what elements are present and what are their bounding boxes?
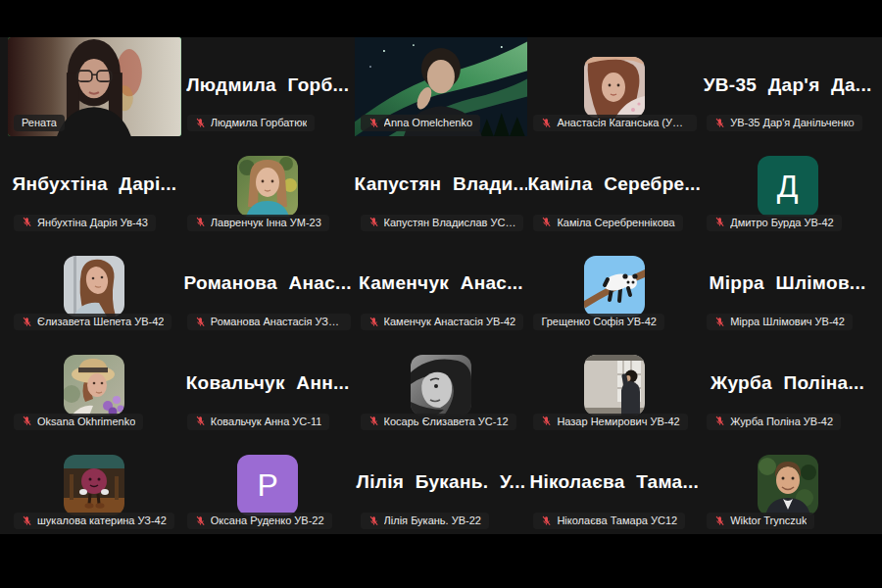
muted-mic-icon xyxy=(195,217,206,227)
nameplate: шукалова катерина УЗ-42 xyxy=(14,513,174,529)
participant-tile[interactable]: Капустян Влади... Капустян Владислав УС-… xyxy=(355,136,528,235)
participant-tile[interactable]: Д Дмитро Бурда УВ-42 xyxy=(701,136,874,235)
avatar xyxy=(411,355,471,416)
muted-mic-icon xyxy=(368,317,379,327)
muted-mic-icon xyxy=(22,217,32,227)
participant-big-name: Журба Поліна... xyxy=(701,372,874,394)
participant-big-name: Ніколаєва Тама... xyxy=(527,471,701,493)
participant-big-name: Капустян Влади... xyxy=(355,173,528,195)
participant-tile[interactable]: Янбухтіна Дарі... Янбухтіна Дарія Ув-43 xyxy=(8,136,181,235)
nameplate: Людмила Горбатюк xyxy=(187,115,315,131)
avatar-letter-text: Д xyxy=(777,171,799,202)
participants-grid: Рената Людмила Горб... Людмила Горбатюк xyxy=(0,37,882,534)
muted-mic-icon xyxy=(714,416,725,426)
nameplate: Мірра Шлімович УВ-42 xyxy=(707,314,853,330)
avatar xyxy=(584,355,645,416)
nameplate: Янбухтіна Дарія Ув-43 xyxy=(14,215,156,231)
top-letterbox-bar xyxy=(0,0,882,37)
avatar-letter: Р xyxy=(237,455,298,515)
participant-name-label: Людмила Горбатюк xyxy=(211,117,307,128)
participant-name-label: Ніколаєва Тамара УС12 xyxy=(557,514,677,526)
nameplate: Капустян Владислав УС-11 xyxy=(361,215,524,231)
participant-tile[interactable]: Мірра Шлімов... Мірра Шлімович УВ-42 xyxy=(701,236,874,335)
participant-tile[interactable]: Косарь Єлизавета УС-12 xyxy=(355,335,528,434)
muted-mic-icon xyxy=(368,118,379,128)
participant-tile[interactable]: Wiktor Trynczuk xyxy=(701,435,874,534)
nameplate: Ніколаєва Тамара УС12 xyxy=(533,513,685,529)
participant-tile[interactable]: УВ-35 Дар'я Да... УВ-35 Дар'я Данільченк… xyxy=(701,37,874,136)
participant-tile[interactable]: Ніколаєва Тама... Ніколаєва Тамара УС12 xyxy=(527,435,701,534)
nameplate: Косарь Єлизавета УС-12 xyxy=(361,414,516,430)
participant-name-label: Янбухтіна Дарія Ув-43 xyxy=(37,217,148,228)
participant-big-name: УВ-35 Дар'я Да... xyxy=(701,74,874,95)
nameplate: Каменчук Анастасія УВ-42 xyxy=(361,314,524,330)
nameplate: Оксана Руденко УВ-22 xyxy=(187,513,332,529)
avatar xyxy=(584,57,645,118)
participant-tile[interactable]: Лавренчук Інна УМ-23 xyxy=(181,136,355,235)
participant-name-label: Лавренчук Інна УМ-23 xyxy=(211,217,321,228)
participant-tile[interactable]: Рената xyxy=(8,37,181,136)
participant-big-name: Лілія Букань. У... xyxy=(355,471,528,493)
participant-tile[interactable]: Грещенко Софія УВ-42 xyxy=(527,236,701,335)
nameplate: Каміла Серебреннікова xyxy=(533,215,682,231)
participant-tile[interactable]: Oksana Okhrimenko xyxy=(8,335,181,434)
participant-tile[interactable]: Романова Анас... Романова Анастасія УЗ-4… xyxy=(181,236,355,335)
nameplate: Назар Немирович УВ-42 xyxy=(533,414,687,430)
participant-tile[interactable]: Ковальчук Анн... Ковальчук Анна УС-11 xyxy=(181,335,355,434)
muted-mic-icon xyxy=(541,118,552,128)
participant-name-label: Мірра Шлімович УВ-42 xyxy=(730,316,845,327)
muted-mic-icon xyxy=(195,515,206,526)
participant-name-label: Ковальчук Анна УС-11 xyxy=(211,416,322,427)
participant-tile[interactable]: шукалова катерина УЗ-42 xyxy=(8,435,181,534)
participant-name-label: Лілія Букань. УВ-22 xyxy=(384,514,481,526)
participant-name-label: Косарь Єлизавета УС-12 xyxy=(384,416,509,427)
participant-name-label: Капустян Владислав УС-11 xyxy=(384,217,516,228)
nameplate: Ковальчук Анна УС-11 xyxy=(187,414,330,430)
participant-name-label: Anna Omelchenko xyxy=(384,117,473,128)
avatar xyxy=(64,455,124,515)
participant-big-name: Людмила Горб... xyxy=(181,74,355,95)
participant-tile[interactable]: Лілія Букань. У... Лілія Букань. УВ-22 xyxy=(355,435,528,534)
avatar-letter-text: Р xyxy=(258,469,278,501)
muted-mic-icon xyxy=(714,118,725,128)
nameplate: Єлизавета Шепета УВ-42 xyxy=(14,314,172,330)
participant-tile[interactable]: Назар Немирович УВ-42 xyxy=(527,335,701,434)
participant-tile[interactable]: Каменчук Анас... Каменчук Анастасія УВ-4… xyxy=(355,236,528,335)
muted-mic-icon xyxy=(541,416,552,426)
muted-mic-icon xyxy=(368,416,379,426)
nameplate: Wiktor Trynczuk xyxy=(707,513,814,529)
avatar xyxy=(758,455,818,515)
participant-name-label: Єлизавета Шепета УВ-42 xyxy=(37,316,164,327)
participant-big-name: Каміла Серебре... xyxy=(527,173,701,195)
black-white-portrait-avatar xyxy=(411,355,471,416)
participant-tile[interactable]: Єлизавета Шепета УВ-42 xyxy=(8,236,181,335)
nameplate: Anna Omelchenko xyxy=(361,115,481,131)
muted-mic-icon xyxy=(195,118,206,128)
avatar-letter: Д xyxy=(758,156,818,217)
participant-name-label: Oksana Okhrimenko xyxy=(37,416,135,427)
nameplate: Романова Анастасія УЗ-42 xyxy=(187,314,351,330)
nameplate: Грещенко Софія УВ-42 xyxy=(533,314,664,330)
nameplate: УВ-35 Дар'я Данільченко xyxy=(707,115,862,131)
participant-big-name: Романова Анас... xyxy=(181,272,355,294)
participant-tile[interactable]: Людмила Горб... Людмила Горбатюк xyxy=(181,37,355,136)
nameplate: Лілія Букань. УВ-22 xyxy=(361,513,489,529)
participant-tile[interactable]: Anna Omelchenko xyxy=(355,37,528,136)
bottom-letterbox-bar xyxy=(0,534,882,588)
video-conference-window: Рената Людмила Горб... Людмила Горбатюк xyxy=(0,0,882,588)
participant-name-label: Рената xyxy=(22,117,57,128)
selfie-red-hair-girl-avatar xyxy=(584,57,645,118)
participant-name-label: Романова Анастасія УЗ-42 xyxy=(211,316,343,327)
person-by-window-avatar xyxy=(584,355,645,416)
participant-big-name: Мірра Шлімов... xyxy=(701,272,874,294)
muted-mic-icon xyxy=(714,317,725,327)
participant-tile[interactable]: Каміла Серебре... Каміла Серебреннікова xyxy=(527,136,701,235)
participant-tile[interactable]: Анастасія Каганська (УВ-43) xyxy=(527,37,701,136)
participant-tile[interactable]: Р Оксана Руденко УВ-22 xyxy=(181,435,355,534)
man-suit-green-background-avatar xyxy=(758,455,818,515)
participant-name-label: Назар Немирович УВ-42 xyxy=(557,416,679,427)
avatar xyxy=(64,355,124,416)
muted-mic-icon xyxy=(541,217,552,227)
participant-tile[interactable]: Журба Поліна... Журба Поліна УВ-42 xyxy=(701,335,874,434)
muted-mic-icon xyxy=(714,217,725,227)
